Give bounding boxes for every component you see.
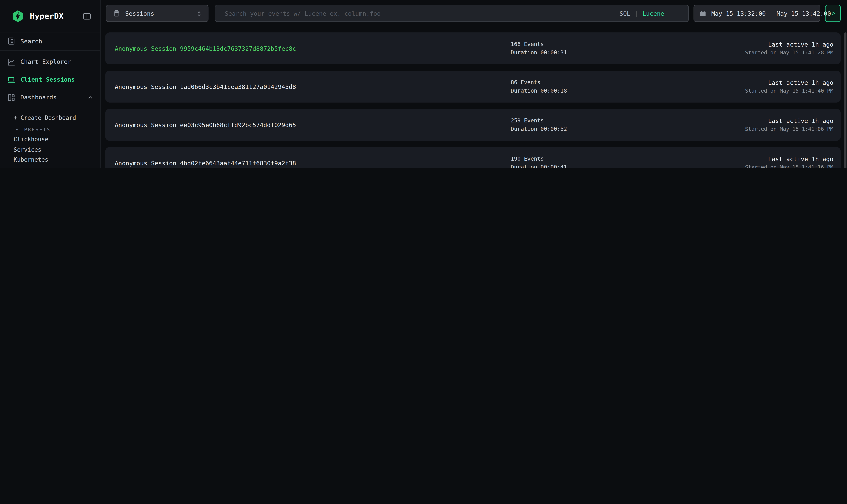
- session-times: Last active 1h ago Started on May 15 1:4…: [745, 109, 833, 141]
- search-bar: SQL | Lucene: [215, 5, 689, 22]
- session-times: Last active 1h ago Started on May 15 1:4…: [745, 33, 833, 64]
- presets-label: PRESETS: [24, 126, 51, 132]
- create-dashboard-label: Create Dashboard: [21, 114, 76, 121]
- calendar-icon: [699, 10, 707, 17]
- session-last-active: Last active 1h ago: [768, 116, 833, 125]
- session-stats: 259 Events Duration 00:00:52: [511, 109, 745, 141]
- session-events: 166 Events: [511, 40, 745, 49]
- session-last-active: Last active 1h ago: [768, 155, 833, 163]
- session-duration: Duration 00:00:52: [511, 125, 745, 133]
- layout-grid-icon: [7, 93, 16, 102]
- session-started: Started on May 15 1:41:06 PM: [745, 125, 833, 133]
- session-card[interactable]: Anonymous Session ee03c95e0b68cffd92bc57…: [105, 109, 841, 141]
- session-started: Started on May 15 1:41:16 PM: [745, 163, 833, 168]
- session-card[interactable]: Anonymous Session 4bd02fe6643aaf44e711f6…: [105, 147, 841, 168]
- query-language-switch: SQL | Lucene: [620, 10, 664, 17]
- session-started: Started on May 15 1:41:40 PM: [745, 87, 833, 95]
- chevron-updown-icon: [195, 10, 203, 17]
- chevron-down-icon: [14, 126, 20, 132]
- divider: [0, 50, 100, 51]
- play-icon: [829, 10, 836, 17]
- sidebar-nav: Search Chart Explorer: [0, 33, 100, 165]
- archive-icon: [113, 10, 120, 17]
- sidebar-item-chart-explorer[interactable]: Chart Explorer: [0, 53, 100, 71]
- search-input[interactable]: [224, 9, 620, 18]
- session-stats: 86 Events Duration 00:00:18: [511, 71, 745, 103]
- session-duration: Duration 00:00:41: [511, 163, 745, 168]
- create-dashboard-button[interactable]: + Create Dashboard: [0, 112, 100, 123]
- session-name: Anonymous Session 4bd02fe6643aaf44e711f6…: [115, 159, 511, 167]
- session-last-active: Last active 1h ago: [768, 78, 833, 87]
- sidebar-item-label: Client Sessions: [20, 76, 75, 83]
- preset-label: Clickhouse: [14, 136, 48, 143]
- presets-toggle[interactable]: PRESETS: [0, 124, 100, 134]
- date-range-value: May 15 13:32:00 - May 15 13:42:00: [711, 10, 831, 17]
- session-card[interactable]: Anonymous Session 1ad066d3c3b41cea381127…: [105, 71, 841, 103]
- run-query-button[interactable]: [825, 5, 841, 22]
- language-divider: |: [635, 10, 638, 17]
- sidebar-item-label: Chart Explorer: [20, 58, 71, 66]
- app-title: HyperDX: [30, 11, 64, 21]
- session-events: 190 Events: [511, 155, 745, 163]
- sidebar-item-dashboards[interactable]: Dashboards: [0, 88, 100, 106]
- chart-icon: [7, 57, 16, 66]
- session-times: Last active 1h ago Started on May 15 1:4…: [745, 71, 833, 103]
- laptop-icon: [7, 75, 16, 84]
- session-events: 86 Events: [511, 78, 745, 87]
- sidebar-item-client-sessions[interactable]: Client Sessions: [0, 71, 100, 88]
- scrollbar[interactable]: [844, 33, 846, 168]
- source-select[interactable]: Sessions: [106, 5, 208, 22]
- source-selected-value: Sessions: [125, 10, 154, 17]
- session-name: Anonymous Session 1ad066d3c3b41cea381127…: [115, 83, 511, 90]
- plus-icon: +: [14, 114, 17, 121]
- sidebar-collapse-icon[interactable]: [82, 11, 92, 21]
- session-duration: Duration 00:00:18: [511, 87, 745, 95]
- preset-item-clickhouse[interactable]: Clickhouse: [0, 134, 100, 145]
- session-list: Anonymous Session 9959c464b13dc7637327d8…: [105, 33, 841, 168]
- session-name: Anonymous Session 9959c464b13dc7637327d8…: [115, 45, 511, 52]
- hyperdx-logo-icon: [11, 9, 24, 23]
- session-stats: 190 Events Duration 00:00:41: [511, 147, 745, 168]
- nav-group: Chart Explorer Client Sessions: [0, 52, 100, 108]
- session-card[interactable]: Anonymous Session 9959c464b13dc7637327d8…: [105, 33, 841, 64]
- logo-row: HyperDX: [0, 0, 100, 33]
- session-last-active: Last active 1h ago: [768, 40, 833, 49]
- hyperdx-app: HyperDX Search: [0, 0, 847, 168]
- sidebar-item-label: Dashboards: [20, 94, 57, 101]
- sql-toggle[interactable]: SQL: [620, 10, 630, 17]
- session-events: 259 Events: [511, 117, 745, 125]
- preset-item-kubernetes[interactable]: Kubernetes: [0, 155, 100, 165]
- date-range-picker[interactable]: May 15 13:32:00 - May 15 13:42:00: [694, 5, 820, 22]
- sidebar: HyperDX Search: [0, 0, 101, 168]
- sidebar-item-search[interactable]: Search: [0, 33, 100, 49]
- preset-label: Kubernetes: [14, 157, 48, 163]
- dashboards-subsection: + Create Dashboard PRESETS Clickhouse Se…: [0, 108, 100, 165]
- session-stats: 166 Events Duration 00:00:31: [511, 33, 745, 64]
- session-duration: Duration 00:00:31: [511, 49, 745, 57]
- preset-item-services[interactable]: Services: [0, 145, 100, 155]
- journal-icon: [7, 37, 16, 46]
- preset-label: Services: [14, 146, 41, 153]
- sidebar-item-label: Search: [20, 37, 42, 45]
- chevron-up-icon: [87, 94, 94, 101]
- session-started: Started on May 15 1:41:28 PM: [745, 49, 833, 57]
- session-name: Anonymous Session ee03c95e0b68cffd92bc57…: [115, 121, 511, 128]
- session-times: Last active 1h ago Started on May 15 1:4…: [745, 147, 833, 168]
- lucene-toggle[interactable]: Lucene: [642, 10, 664, 17]
